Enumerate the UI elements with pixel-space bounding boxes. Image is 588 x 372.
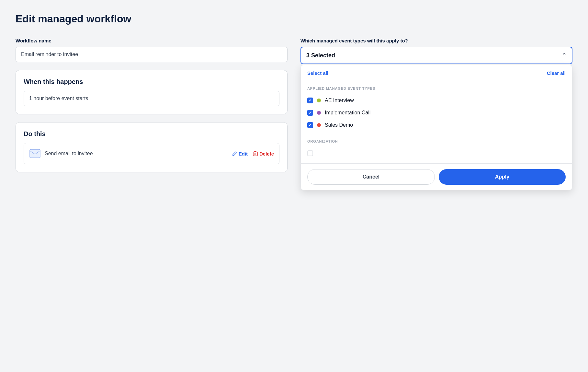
svg-rect-0 <box>30 149 40 158</box>
when-this-happens-card: When this happens <box>16 70 288 114</box>
selected-count-label: 3 Selected <box>306 52 335 59</box>
check-icon: ✓ <box>309 98 312 103</box>
chevron-up-icon: ⌃ <box>562 52 567 59</box>
when-section-title: When this happens <box>24 78 279 86</box>
edit-icon <box>232 151 237 156</box>
org-event-item[interactable] <box>307 147 566 159</box>
implementation-call-label: Implementation Call <box>325 110 370 116</box>
workflow-name-input[interactable] <box>16 47 288 62</box>
event-item-implementation-call[interactable]: ✓ Implementation Call <box>307 107 566 119</box>
do-section-title: Do this <box>24 130 279 138</box>
org-section-label: ORGANIZATION <box>307 139 566 143</box>
org-section: ORGANIZATION <box>301 134 572 161</box>
workflow-name-label: Workflow name <box>16 38 288 43</box>
sales-demo-label: Sales Demo <box>325 122 353 128</box>
svg-rect-1 <box>253 152 257 156</box>
implementation-call-checkbox[interactable]: ✓ <box>307 110 313 116</box>
do-this-card: Do this Send email to invitee <box>16 122 288 172</box>
ae-interview-label: AE Interview <box>325 98 354 103</box>
applied-events-section: APPLIED MANAGED EVENT TYPES ✓ AE Intervi… <box>301 81 572 131</box>
org-checkbox[interactable] <box>307 150 313 156</box>
sales-demo-dot <box>317 123 321 127</box>
dropdown-footer: Cancel Apply <box>301 164 572 190</box>
event-types-label: Which managed event types will this appl… <box>300 38 572 43</box>
select-all-button[interactable]: Select all <box>307 70 328 76</box>
ae-interview-dot <box>317 99 321 102</box>
clear-all-button[interactable]: Clear all <box>547 70 566 76</box>
action-text: Send email to invitee <box>45 151 93 157</box>
page-title: Edit managed workflow <box>16 13 572 25</box>
event-types-dropdown[interactable]: 3 Selected ⌃ <box>300 47 572 64</box>
check-icon: ✓ <box>309 123 312 127</box>
dropdown-actions-row: Select all Clear all <box>301 65 572 81</box>
delete-icon <box>253 151 258 156</box>
implementation-call-dot <box>317 111 321 115</box>
email-icon <box>29 148 41 159</box>
check-icon: ✓ <box>309 110 312 115</box>
edit-button[interactable]: Edit <box>232 151 248 157</box>
event-item-sales-demo[interactable]: ✓ Sales Demo <box>307 119 566 131</box>
apply-button[interactable]: Apply <box>439 169 566 185</box>
ae-interview-checkbox[interactable]: ✓ <box>307 98 313 103</box>
action-row: Send email to invitee Edit <box>24 143 279 164</box>
trigger-input[interactable] <box>24 91 279 106</box>
applied-section-label: APPLIED MANAGED EVENT TYPES <box>307 87 566 90</box>
sales-demo-checkbox[interactable]: ✓ <box>307 122 313 128</box>
event-item-ae-interview[interactable]: ✓ AE Interview <box>307 94 566 107</box>
cancel-button[interactable]: Cancel <box>307 169 435 185</box>
dropdown-panel: Select all Clear all APPLIED MANAGED EVE… <box>300 65 572 190</box>
delete-button[interactable]: Delete <box>253 151 274 157</box>
